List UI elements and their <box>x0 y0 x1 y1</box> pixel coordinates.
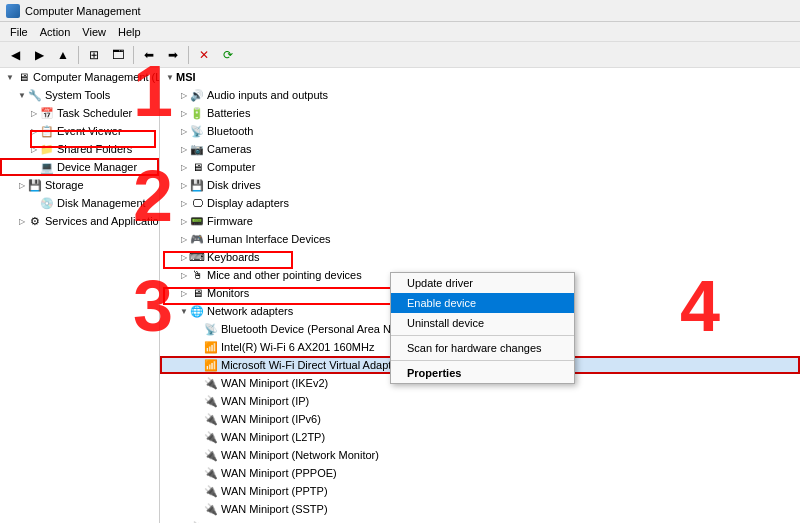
right-tree-item-0[interactable]: ▷🔊Audio inputs and outputs <box>160 86 800 104</box>
right-tree-item-23[interactable]: 🔌WAN Miniport (SSTP) <box>160 500 800 518</box>
menu-bar: File Action View Help <box>0 22 800 42</box>
ctx-item-1[interactable]: Enable device <box>391 293 574 313</box>
right-tree-item-9[interactable]: ▷⌨Keyboards <box>160 248 800 266</box>
right-tree-item-6[interactable]: ▷🖵Display adapters <box>160 194 800 212</box>
menu-view[interactable]: View <box>76 24 112 40</box>
toolbar-remove[interactable]: ✕ <box>193 44 215 66</box>
toolbar-sep1 <box>78 46 79 64</box>
toolbar-console[interactable]: ⊞ <box>83 44 105 66</box>
right-tree-item-21[interactable]: 🔌WAN Miniport (PPPOE) <box>160 464 800 482</box>
ctx-sep-3 <box>391 335 574 336</box>
left-tree-item-3[interactable]: ▷📋Event Viewer <box>0 122 159 140</box>
title-bar: Computer Management <box>0 0 800 22</box>
left-tree-item-5[interactable]: 💻Device Manager <box>0 158 159 176</box>
right-tree-item-4[interactable]: ▷🖥Computer <box>160 158 800 176</box>
menu-file[interactable]: File <box>4 24 34 40</box>
right-tree-item-17[interactable]: 🔌WAN Miniport (IP) <box>160 392 800 410</box>
toolbar: ◀ ▶ ▲ ⊞ 🗔 ⬅ ➡ ✕ ⟳ <box>0 42 800 68</box>
app-title: Computer Management <box>25 5 141 17</box>
right-tree-item-19[interactable]: 🔌WAN Miniport (L2TP) <box>160 428 800 446</box>
left-tree-item-6[interactable]: ▷💾Storage <box>0 176 159 194</box>
right-tree-item-20[interactable]: 🔌WAN Miniport (Network Monitor) <box>160 446 800 464</box>
ctx-item-6[interactable]: Properties <box>391 363 574 383</box>
menu-help[interactable]: Help <box>112 24 147 40</box>
toolbar-back[interactable]: ◀ <box>4 44 26 66</box>
right-tree-item-1[interactable]: ▷🔋Batteries <box>160 104 800 122</box>
toolbar-sep3 <box>188 46 189 64</box>
right-tree-item-3[interactable]: ▷📷Cameras <box>160 140 800 158</box>
right-tree-item-18[interactable]: 🔌WAN Miniport (IPv6) <box>160 410 800 428</box>
left-tree-item-8[interactable]: ▷⚙Services and Applications <box>0 212 159 230</box>
ctx-item-0[interactable]: Update driver <box>391 273 574 293</box>
toolbar-up[interactable]: ▲ <box>52 44 74 66</box>
left-tree-item-1[interactable]: ▼🔧System Tools <box>0 86 159 104</box>
toolbar-back-nav[interactable]: ⬅ <box>138 44 160 66</box>
menu-action[interactable]: Action <box>34 24 77 40</box>
toolbar-fwd-nav[interactable]: ➡ <box>162 44 184 66</box>
left-tree-item-2[interactable]: ▷📅Task Scheduler <box>0 104 159 122</box>
context-menu: Update driverEnable deviceUninstall devi… <box>390 272 575 384</box>
right-panel-header: ▼MSI <box>160 68 800 86</box>
left-tree-item-7[interactable]: 💿Disk Management <box>0 194 159 212</box>
toolbar-forward[interactable]: ▶ <box>28 44 50 66</box>
right-tree-item-22[interactable]: 🔌WAN Miniport (PPTP) <box>160 482 800 500</box>
toolbar-sep2 <box>133 46 134 64</box>
right-tree-item-7[interactable]: ▷📟Firmware <box>160 212 800 230</box>
right-tree-item-8[interactable]: ▷🎮Human Interface Devices <box>160 230 800 248</box>
ctx-item-4[interactable]: Scan for hardware changes <box>391 338 574 358</box>
toolbar-refresh[interactable]: ⟳ <box>217 44 239 66</box>
right-tree-item-2[interactable]: ▷📡Bluetooth <box>160 122 800 140</box>
right-tree-item-24[interactable]: ▷🔌Ports (COM & LPT) <box>160 518 800 523</box>
left-panel: ▼🖥Computer Management (Local)▼🔧System To… <box>0 68 160 523</box>
ctx-item-2[interactable]: Uninstall device <box>391 313 574 333</box>
left-tree-item-0[interactable]: ▼🖥Computer Management (Local) <box>0 68 159 86</box>
toolbar-new-window[interactable]: 🗔 <box>107 44 129 66</box>
app-icon <box>6 4 20 18</box>
left-tree-item-4[interactable]: ▷📁Shared Folders <box>0 140 159 158</box>
ctx-sep-5 <box>391 360 574 361</box>
right-tree-item-5[interactable]: ▷💾Disk drives <box>160 176 800 194</box>
